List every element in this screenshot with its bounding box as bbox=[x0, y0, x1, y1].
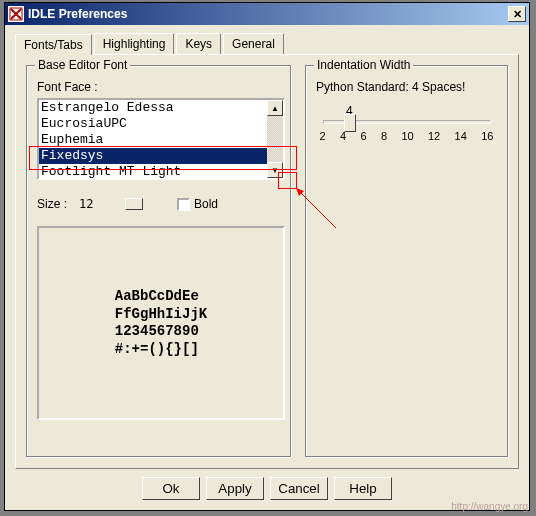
font-legend: Base Editor Font bbox=[35, 58, 130, 72]
bold-checkbox[interactable] bbox=[177, 198, 190, 211]
size-spinner[interactable]: 12 bbox=[75, 194, 117, 214]
tick: 16 bbox=[481, 130, 493, 142]
scroll-up-button[interactable]: ▲ bbox=[267, 100, 283, 116]
list-item[interactable]: Footlight MT Light bbox=[39, 164, 267, 178]
tab-content: Base Editor Font Font Face : Estrangelo … bbox=[15, 54, 519, 469]
titlebar[interactable]: IDLE Preferences ✕ bbox=[5, 3, 529, 25]
indent-legend: Indentation Width bbox=[314, 58, 413, 72]
tab-fonts[interactable]: Fonts/Tabs bbox=[15, 34, 92, 55]
tick: 12 bbox=[428, 130, 440, 142]
cancel-button[interactable]: Cancel bbox=[270, 477, 328, 500]
preview-text: AaBbCcDdEe FfGgHhIiJjK 1234567890 #:+=()… bbox=[115, 288, 207, 358]
tick: 10 bbox=[401, 130, 413, 142]
scroll-track[interactable] bbox=[267, 116, 283, 162]
tick: 8 bbox=[381, 130, 387, 142]
ok-button[interactable]: Ok bbox=[142, 477, 200, 500]
size-label: Size : bbox=[37, 197, 67, 211]
font-preview: AaBbCcDdEe FfGgHhIiJjK 1234567890 #:+=()… bbox=[37, 226, 285, 420]
bold-label-text: Bold bbox=[194, 197, 218, 211]
indent-standard-label: Python Standard: 4 Spaces! bbox=[316, 80, 497, 94]
list-item[interactable]: Estrangelo Edessa bbox=[39, 100, 267, 116]
help-button[interactable]: Help bbox=[334, 477, 392, 500]
scrollbar[interactable]: ▲ ▼ bbox=[267, 100, 283, 178]
bold-checkbox-label[interactable]: Bold bbox=[177, 197, 218, 211]
list-item[interactable]: Fixedsys bbox=[39, 148, 267, 164]
font-listbox[interactable]: Estrangelo Edessa EucrosiaUPC Euphemia F… bbox=[37, 98, 285, 180]
list-item[interactable]: Euphemia bbox=[39, 132, 267, 148]
tab-general[interactable]: General bbox=[223, 33, 284, 54]
indent-slider[interactable] bbox=[323, 120, 491, 124]
tick: 2 bbox=[320, 130, 326, 142]
tick: 6 bbox=[360, 130, 366, 142]
tab-highlighting[interactable]: Highlighting bbox=[94, 33, 175, 54]
close-button[interactable]: ✕ bbox=[508, 6, 526, 22]
apply-button[interactable]: Apply bbox=[206, 477, 264, 500]
indent-groupbox: Indentation Width Python Standard: 4 Spa… bbox=[305, 65, 508, 457]
font-face-label: Font Face : bbox=[37, 80, 280, 94]
dialog-buttons: Ok Apply Cancel Help bbox=[15, 477, 519, 500]
tick: 14 bbox=[455, 130, 467, 142]
tabs-row: Fonts/Tabs Highlighting Keys General bbox=[15, 33, 519, 54]
window-title: IDLE Preferences bbox=[28, 7, 127, 21]
font-groupbox: Base Editor Font Font Face : Estrangelo … bbox=[26, 65, 291, 457]
tab-keys[interactable]: Keys bbox=[176, 33, 221, 54]
app-icon bbox=[8, 6, 24, 22]
size-value: 12 bbox=[79, 197, 93, 211]
list-item[interactable]: EucrosiaUPC bbox=[39, 116, 267, 132]
scroll-down-button[interactable]: ▼ bbox=[267, 162, 283, 178]
spinner-button[interactable] bbox=[125, 198, 143, 210]
slider-thumb[interactable] bbox=[344, 114, 356, 132]
watermark: http://wangye.org bbox=[451, 501, 528, 512]
